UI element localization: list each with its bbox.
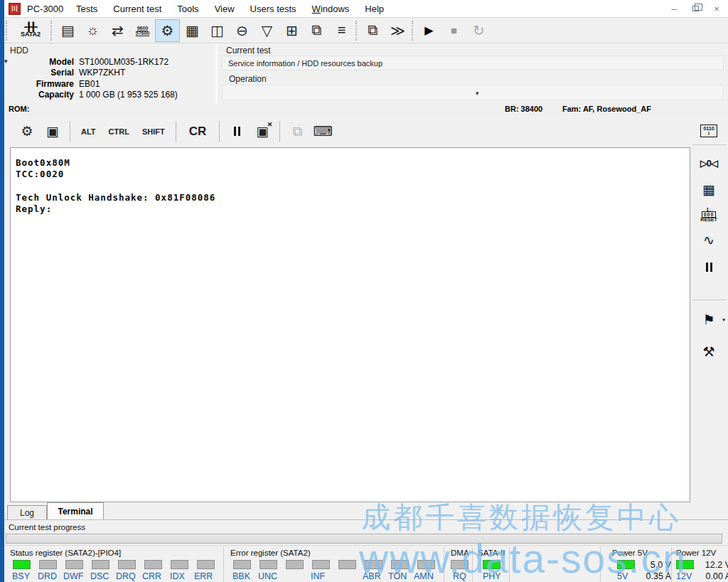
- utility-backup-button-active[interactable]: ⚙: [155, 19, 180, 42]
- windows-icon: ⧉: [368, 22, 378, 38]
- menu-help[interactable]: Help: [357, 1, 392, 17]
- tab-log[interactable]: Log: [7, 505, 47, 519]
- toolbar-separator: [279, 121, 280, 142]
- terminal-toolbar: ⚙ ▣ ALT CTRL SHIFT CR ▣✕ ⧉ ⌨: [4, 116, 691, 147]
- restore-button[interactable]: [687, 2, 704, 15]
- sata2-port-button[interactable]: -╂╂- SATA2: [12, 19, 49, 42]
- start-test-button[interactable]: ▶: [417, 19, 441, 42]
- exchange-button[interactable]: ⇄: [105, 19, 130, 42]
- toolbar-grip[interactable]: [412, 21, 415, 41]
- toolbar-separator: [70, 121, 70, 142]
- statusbar: Status register (SATA2)-[PIO4] BSY DRD D…: [4, 545, 728, 582]
- led-dsc: [92, 560, 109, 569]
- led-label: PHY: [483, 571, 501, 581]
- play-icon: ▶: [424, 23, 433, 37]
- led-phy: [483, 560, 500, 569]
- pause-terminal-button[interactable]: [224, 120, 250, 144]
- operation-dropdown[interactable]: ▾: [222, 85, 724, 100]
- device-button[interactable]: ◫: [205, 19, 230, 42]
- tools-button[interactable]: ⚒: [694, 340, 724, 363]
- led-blank: [338, 560, 356, 569]
- field-label: Serial: [11, 68, 74, 78]
- script-list-button[interactable]: ≡: [329, 19, 354, 42]
- hdd-panel-title: HDD: [10, 46, 28, 55]
- oscillogram-button[interactable]: ∿: [694, 228, 724, 251]
- ctrl-key-button[interactable]: CTRL: [102, 120, 136, 144]
- toolbar-separator: [176, 121, 176, 142]
- chip-button[interactable]: ▦: [180, 19, 205, 42]
- copy-button[interactable]: ⧉: [284, 120, 310, 144]
- pcb-icon: ▦: [702, 181, 715, 198]
- current-test-panel: Current test Service information / HDD r…: [218, 43, 728, 104]
- run-user-test-button[interactable]: ≫: [385, 19, 410, 42]
- run-user-icon: ≫: [390, 22, 405, 39]
- led-label: INF: [311, 571, 325, 581]
- stop-test-button[interactable]: ■: [441, 19, 466, 42]
- pause-side-button[interactable]: [694, 255, 724, 278]
- script-info-icon: 0110i: [700, 125, 717, 137]
- stop-logging-button[interactable]: ▣✕: [250, 120, 275, 144]
- script-list-icon: ≡: [338, 22, 346, 38]
- dma-title: DMA: [451, 549, 469, 557]
- structure-button[interactable]: ⧉: [304, 19, 329, 42]
- power-12v-title: Power 12V: [676, 549, 716, 557]
- flowchart-icon: ⧉: [311, 22, 321, 38]
- pcb-button[interactable]: ▦: [694, 178, 724, 201]
- hdd-dropdown-icon[interactable]: ▾: [4, 58, 8, 65]
- chevron-down-icon[interactable]: ▾: [476, 90, 479, 97]
- terminal-output[interactable]: Boot0x80M TCC:0020 Tech Unlock Handshake…: [10, 147, 690, 502]
- status-register-group: Status register (SATA2)-[PIO4] BSY DRD D…: [4, 546, 222, 582]
- toolbar-grip[interactable]: [50, 21, 54, 41]
- report-button[interactable]: ▤: [55, 19, 80, 42]
- led-blank: [286, 560, 304, 569]
- family-value: Fam: AF, Rosewood_AF: [562, 105, 651, 113]
- resource-lamp-button[interactable]: ☼: [80, 19, 105, 42]
- bottom-tabs: Log Terminal: [4, 502, 728, 520]
- sidebar-separator: [692, 144, 727, 145]
- statusbar-separator: [223, 547, 224, 582]
- alt-key-button[interactable]: ALT: [75, 120, 102, 144]
- led-label: CRR: [142, 571, 161, 581]
- baudrate-value: BR: 38400: [505, 105, 542, 113]
- task-list-button[interactable]: ↻: [466, 19, 491, 42]
- reset-counter-button[interactable]: 1↓ 000 RESET: [694, 203, 724, 226]
- menu-view[interactable]: View: [207, 1, 242, 17]
- statusbar-separator: [444, 547, 444, 582]
- rom-label: ROM:: [9, 105, 29, 113]
- terminal-line: Boot0x80M: [16, 157, 690, 169]
- led-bsy: [13, 560, 31, 569]
- windows-button[interactable]: ⧉: [360, 19, 385, 42]
- cr-button[interactable]: CR: [181, 120, 215, 144]
- baudrate-button[interactable]: 960057600: [130, 19, 155, 42]
- led-drd: [39, 560, 57, 569]
- shift-key-button[interactable]: SHIFT: [136, 120, 171, 144]
- toolbar-grip[interactable]: [355, 21, 359, 41]
- menu-tools[interactable]: Tools: [169, 1, 206, 17]
- terminal-settings-button[interactable]: ⚙: [14, 120, 40, 144]
- script-info-button[interactable]: 0110i: [694, 120, 724, 142]
- tab-terminal[interactable]: Terminal: [47, 502, 104, 520]
- keyboard-button[interactable]: ⌨: [310, 120, 336, 144]
- led-ton: [391, 560, 409, 569]
- compression-button[interactable]: ▷0◁: [694, 152, 724, 174]
- keyboard-icon: ⌨: [314, 123, 333, 139]
- report-icon: ▤: [61, 22, 75, 39]
- toolbar-grip[interactable]: [6, 21, 9, 41]
- surface-grid-button[interactable]: ⊞: [279, 19, 304, 42]
- device-icon: ◫: [210, 22, 224, 39]
- flags-button[interactable]: ⚑ ▾: [694, 308, 724, 331]
- close-button[interactable]: ×: [708, 2, 725, 15]
- defect-funnel-button[interactable]: ▽: [255, 19, 279, 42]
- menu-windows[interactable]: Windows: [304, 1, 358, 17]
- minimize-button[interactable]: –: [665, 2, 682, 15]
- menu-tests[interactable]: Tests: [68, 1, 105, 17]
- field-label: Firmware: [11, 79, 74, 89]
- chevron-down-icon[interactable]: ▾: [722, 317, 725, 323]
- hdd-field-serial: Serial WKP7ZKHT: [11, 68, 178, 79]
- database-button[interactable]: ⊖: [230, 19, 255, 42]
- save-log-button[interactable]: ▣: [40, 120, 65, 144]
- titlebar: 〣 PC-3000 Tests Current test Tools View …: [4, 0, 728, 18]
- menu-current-test[interactable]: Current test: [105, 1, 169, 17]
- port-label: SATA2: [21, 31, 41, 38]
- menu-users-tests[interactable]: Users tests: [242, 1, 304, 17]
